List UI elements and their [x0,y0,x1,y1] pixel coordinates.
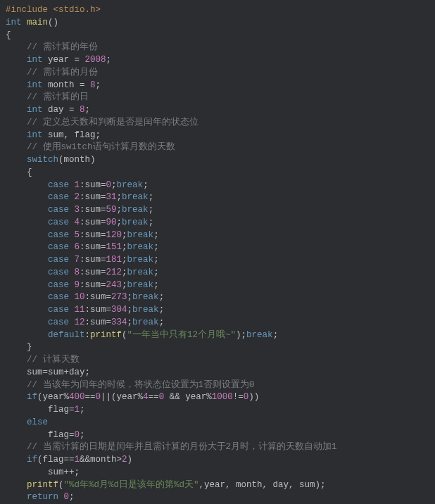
num: 9 [75,280,80,290]
semi: ; [122,280,127,290]
kw-break: break [127,267,154,277]
semi: ; [96,80,101,90]
semi: ; [153,280,159,290]
stmt-flag0: flag= [48,430,75,440]
num: 1000 [212,392,233,402]
comment: // 定义总天数和判断是否是闰年的状态位 [27,118,198,127]
kw-break: break [127,280,154,290]
lbrace: { [27,168,32,177]
fn-printf: printf [90,330,122,340]
preprocessor-include: #include <stdio.h> [6,5,101,15]
num: 304 [111,305,127,315]
semi: ; [122,267,127,277]
semi: ; [159,305,165,315]
case-body: :sum= [80,255,106,265]
kw-if: if [27,455,37,465]
case-body: :sum= [80,230,106,240]
lparen: ( [58,480,64,490]
num-8: 8 [80,105,85,115]
kw-break: break [127,242,154,252]
kw-break: break [122,218,149,227]
semi: ; [127,317,133,327]
num: 6 [75,242,80,252]
num: 31 [106,192,117,202]
kw-case: case [48,230,69,240]
semi: ; [80,430,85,440]
kw-case: case [48,317,69,327]
colon: : [85,330,91,340]
lparen: ( [122,330,127,340]
expr: == [85,392,96,402]
semi: ; [80,405,85,415]
num: 5 [75,230,80,240]
semi: ; [153,242,159,252]
num: 273 [111,292,127,302]
num: 3 [75,205,80,215]
num: 8 [75,267,80,277]
kw-default: default [48,330,85,340]
expr: == [149,392,159,402]
expr: ||(year% [101,392,143,402]
kw-case: case [48,305,69,315]
lbrace: { [6,30,11,40]
kw-int: int [27,105,43,115]
semi: ; [153,255,159,265]
num: 334 [111,317,127,327]
string-literal: "一年当中只有12个月哦~" [127,330,237,340]
semi: ; [149,218,154,227]
decl-month: month = [43,80,91,90]
comment: // 需计算的年份 [27,42,98,52]
semi: ; [143,180,149,190]
semi: ; [122,242,127,252]
num: 1 [75,405,80,415]
stmt-flag1: flag= [48,405,75,415]
case-body: :sum= [80,180,106,190]
semi: ; [117,218,122,227]
case-body: :sum= [85,317,112,327]
semi: ; [122,255,127,265]
expr: (flag== [37,455,75,465]
semi: ; [273,330,279,340]
decl-day: day = [43,105,80,115]
string-literal: "%d年%d月%d日是该年的第%d天" [64,480,199,490]
num: 7 [75,255,80,265]
fn-main: main [27,18,48,27]
kw-break: break [127,255,154,265]
num: 4 [143,392,149,402]
num: 4 [75,218,80,227]
stmt-sumpp: sum++; [48,467,80,477]
comment: // 需计算的月份 [27,68,98,77]
kw-int: int [27,55,43,65]
num: 151 [106,242,122,252]
parens-empty: () [48,18,58,27]
case-body: :sum= [80,218,106,227]
expr: ) [127,455,133,465]
semi: ; [111,180,117,190]
printf-args: ,year, month, day, sum); [199,480,326,490]
case-body: :sum= [80,267,106,277]
semi: ; [153,267,159,277]
kw-break: break [246,330,273,340]
comment: // 计算天数 [27,355,80,365]
semi: ; [122,230,127,240]
num: 243 [106,280,122,290]
kw-case: case [48,180,69,190]
switch-expr: (month) [58,155,96,165]
semi: ; [106,55,112,65]
num: 120 [106,230,122,240]
num: 2 [75,192,80,202]
num: 1 [75,455,80,465]
stmt-sumday: sum=sum+day; [27,367,90,377]
case-body: :sum= [85,305,112,315]
kw-else: else [27,417,48,427]
kw-case: case [48,292,69,302]
kw-break: break [122,192,149,202]
kw-case: case [48,205,69,215]
rparen-semi: ); [236,330,246,340]
num-8: 8 [90,80,96,90]
num: 12 [75,317,85,327]
num-2008: 2008 [85,55,106,65]
semi: ; [159,292,165,302]
num: 59 [106,205,117,215]
num: 0 [96,392,101,402]
